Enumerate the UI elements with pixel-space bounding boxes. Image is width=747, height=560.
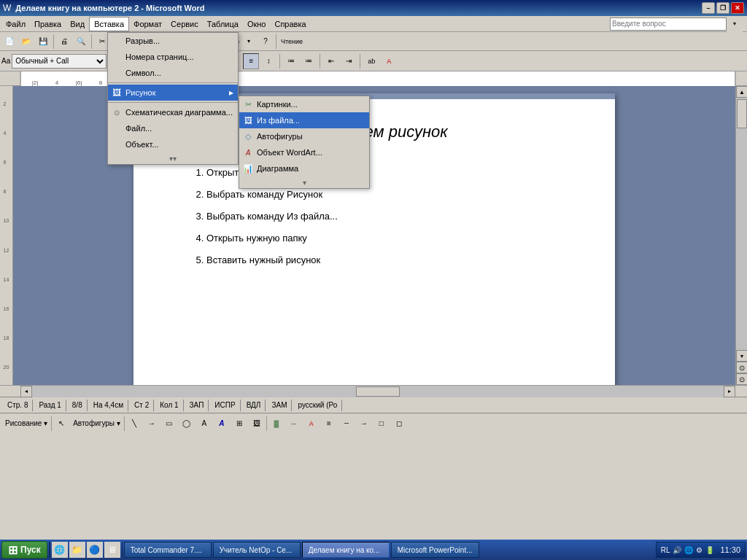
menu-tools[interactable]: Сервис — [166, 17, 203, 31]
drawing-toolbar: Рисование ▾ ↖ Автофигуры ▾ ╲ → ▭ ◯ A A ⊞… — [0, 413, 747, 433]
taskbar-word[interactable]: Делаем книгу на ко... — [302, 542, 390, 558]
help-search-input[interactable] — [610, 18, 727, 31]
taskbar-powerpoint[interactable]: Microsoft PowerPoint... — [391, 542, 479, 558]
pointer-tool[interactable]: ↖ — [53, 416, 69, 432]
scroll-track[interactable] — [736, 98, 747, 350]
highlight[interactable]: ab — [363, 53, 379, 69]
prev-page-button[interactable]: ⊙ — [736, 362, 747, 373]
zoom-arrow[interactable]: ▾ — [241, 34, 257, 50]
menu-bar: Файл Правка Вид Вставка Формат Сервис Та… — [0, 16, 747, 32]
columns-button[interactable]: ≡ — [204, 34, 220, 50]
line-color[interactable]: ─ — [286, 416, 302, 432]
menu-insert[interactable]: Вставка — [89, 17, 129, 31]
shadow-style[interactable]: □ — [374, 416, 390, 432]
status-section: Разд 1 — [34, 400, 66, 411]
status-vdl: ВДЛ — [242, 400, 266, 411]
minimize-button[interactable]: – — [702, 2, 715, 14]
status-zam: ЗАМ — [267, 400, 292, 411]
wordart-tool[interactable]: A — [214, 416, 230, 432]
fill-color[interactable]: ▓ — [268, 416, 285, 432]
quicklaunch-3[interactable]: 🔵 — [87, 542, 103, 558]
bullets[interactable]: ≔ — [283, 53, 299, 69]
document-area: Добавляем рисунок Открыть меню Вставка В… — [13, 86, 735, 385]
open-button[interactable]: 📂 — [18, 34, 34, 50]
menu-view[interactable]: Вид — [66, 17, 89, 31]
status-page: Стр. 8 — [3, 400, 33, 411]
font-color2[interactable]: A — [303, 416, 320, 432]
menu-table[interactable]: Таблица — [203, 17, 243, 31]
align-right[interactable]: ≡ — [225, 53, 241, 69]
style-select[interactable]: Обычный + Call — [12, 54, 107, 69]
menu-format[interactable]: Формат — [129, 17, 166, 31]
tray-lang[interactable]: RL — [661, 546, 670, 554]
copy-button[interactable]: 📋 — [111, 34, 127, 50]
taskbar-netop[interactable]: Учитель NetOp - Се... — [213, 542, 301, 558]
restore-button[interactable]: ❐ — [716, 2, 729, 14]
format-toolbar: Аа Обычный + Call Cali Ч ☰ ≡ ≡ ≡ ↕ ≔ ≔ ⇤… — [0, 51, 747, 71]
align-center[interactable]: ≡ — [208, 53, 224, 69]
close-button[interactable]: ✕ — [731, 2, 744, 14]
clipart-tool[interactable]: 🖼 — [249, 416, 265, 432]
arrow-tool[interactable]: → — [144, 416, 160, 432]
h-scroll-track[interactable] — [32, 386, 724, 397]
align-justify[interactable]: ≡ — [243, 53, 259, 69]
align-left[interactable]: ☰ — [190, 53, 206, 69]
draw-menu[interactable]: Рисование ▾ — [3, 416, 50, 432]
status-ispr: ИСПР — [210, 400, 240, 411]
window-controls: – ❐ ✕ — [702, 2, 744, 14]
arrow-style[interactable]: → — [356, 416, 372, 432]
start-button[interactable]: ⊞ Пуск — [1, 541, 47, 559]
menu-window[interactable]: Окно — [243, 17, 271, 31]
line-tool[interactable]: ╲ — [126, 416, 142, 432]
scroll-left-button[interactable]: ◂ — [20, 386, 32, 397]
page-title: Добавляем рисунок — [177, 122, 571, 141]
undo-button[interactable]: ↶ — [149, 34, 165, 50]
font-select[interactable]: Cali — [108, 54, 166, 69]
list-item: Вставить нужный рисунок — [206, 251, 571, 270]
line-style[interactable]: ≡ — [321, 416, 337, 432]
bold-button[interactable]: Ч — [173, 53, 189, 69]
textbox-tool[interactable]: A — [196, 416, 212, 432]
taskbar-total-commander[interactable]: Total Commander 7.... — [124, 542, 212, 558]
quicklaunch-show-desktop[interactable]: 🖥 — [104, 542, 120, 558]
scroll-up-button[interactable]: ▲ — [736, 86, 747, 98]
line-spacing[interactable]: ↕ — [260, 53, 276, 69]
document-list: Открыть меню Вставка Выбрать команду Рис… — [206, 163, 571, 270]
help-button[interactable]: ? — [258, 34, 274, 50]
next-page-button[interactable]: ⊙ — [736, 373, 747, 385]
indent-less[interactable]: ⇤ — [323, 53, 339, 69]
scroll-down-button[interactable]: ▾ — [736, 350, 747, 362]
tray-time: 11:30 — [720, 545, 740, 554]
scroll-right-button[interactable]: ▸ — [724, 386, 735, 397]
quicklaunch-ie[interactable]: 🌐 — [52, 542, 68, 558]
quicklaunch-explorer[interactable]: 📁 — [69, 542, 85, 558]
oval-tool[interactable]: ◯ — [179, 416, 195, 432]
ruler: |2| 4 |6| 8 |10| 12 |14| 16 |18| — [20, 71, 735, 86]
3d-style[interactable]: ◻ — [391, 416, 407, 432]
read-button[interactable]: Чтение — [279, 34, 305, 50]
save-button[interactable]: 💾 — [35, 34, 51, 50]
table-button[interactable]: ⊞ — [187, 34, 203, 50]
paste-button[interactable]: 📌 — [128, 34, 144, 50]
numbering[interactable]: ≔ — [301, 53, 317, 69]
indent-more[interactable]: ⇥ — [341, 53, 357, 69]
rect-tool[interactable]: ▭ — [161, 416, 177, 432]
preview-button[interactable]: 🔍 — [73, 34, 89, 50]
status-record: ЗАП — [185, 400, 209, 411]
h-scroll-thumb[interactable] — [356, 386, 400, 397]
list-item: Выбрать команду Из файла... — [206, 207, 571, 226]
diagram-tool[interactable]: ⊞ — [231, 416, 247, 432]
help-search-arrow[interactable]: ▾ — [727, 16, 743, 32]
font-color[interactable]: A — [381, 53, 397, 69]
print-button[interactable]: 🖨 — [56, 34, 72, 50]
menu-help[interactable]: Справка — [270, 17, 310, 31]
autoshapes-menu[interactable]: Автофигуры ▾ — [71, 416, 123, 432]
cut-button[interactable]: ✂ — [94, 34, 110, 50]
scroll-thumb[interactable] — [737, 99, 747, 128]
menu-file[interactable]: Файл — [1, 17, 30, 31]
new-button[interactable]: 📄 — [1, 34, 18, 50]
horizontal-scrollbar: ◂ ▸ — [0, 385, 747, 397]
redo-button[interactable]: ↷ — [166, 34, 182, 50]
menu-edit[interactable]: Правка — [30, 17, 66, 31]
dash-style[interactable]: ╌ — [338, 416, 355, 432]
